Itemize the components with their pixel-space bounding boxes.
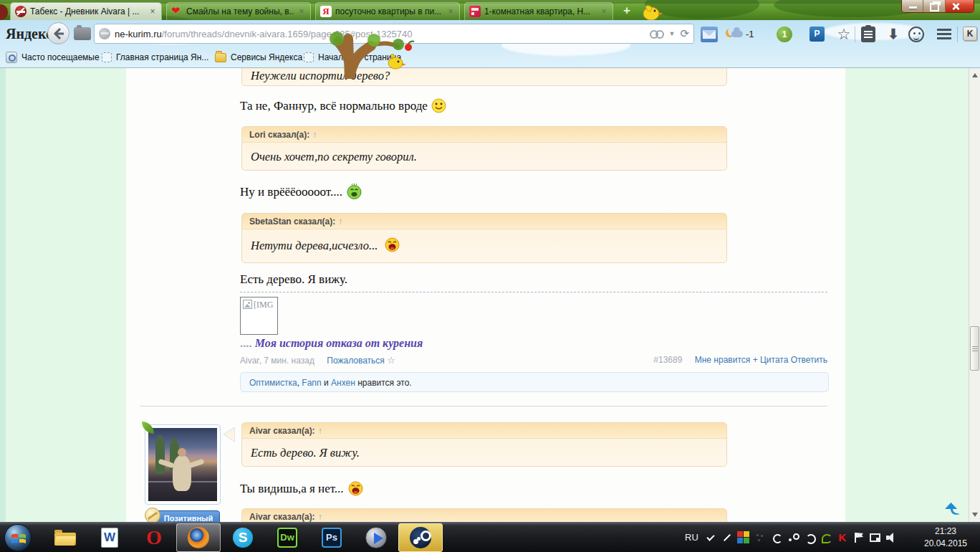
back-button[interactable] [47,22,69,44]
feedback-smiley-icon[interactable] [908,27,924,42]
tab-title: Смайлы на тему войны, в... [186,6,294,16]
rubik-tray-icon[interactable] [737,531,750,544]
start-button[interactable] [4,524,32,551]
bridge-tower [155,441,165,474]
taskbar-opera[interactable]: O [132,523,176,552]
quote-block-lori: Lori сказал(а):↑ Очень хочет,по секрету … [241,126,727,171]
quote-header[interactable]: SbetaStan сказал(а):↑ [242,214,726,229]
kaspersky-tray-icon[interactable]: K [836,531,849,544]
report-link[interactable]: Пожаловаться [327,356,385,366]
like-link[interactable]: Мне нравится [695,355,751,365]
quote-header[interactable]: Lori сказал(а):↑ [242,127,726,143]
ghostery-icon[interactable] [650,30,664,37]
bookmark-start-page[interactable]: Начальная страница [304,50,401,65]
quote-link[interactable]: + Цитата [753,355,789,365]
url-dropdown-icon[interactable]: ▼ [669,30,676,37]
laughing-green-smiley-icon [346,184,362,200]
reply-link[interactable]: Ответить [791,355,827,365]
scrollbar-thumb[interactable] [970,326,979,371]
close-button[interactable] [946,0,974,12]
explorer-icon [54,530,76,546]
weather-temp: -1 [746,29,754,39]
signature-separator [240,292,827,292]
windows-flag-icon [11,530,27,546]
scroll-to-top-button[interactable] [941,498,961,517]
tab-title: 1-комнатная квартира, Н... [484,6,596,16]
tab-close-icon[interactable]: × [600,6,608,16]
scroll-down-arrow[interactable] [972,513,978,517]
post-separator [140,406,827,406]
punto-switcher-icon[interactable]: K [963,27,977,41]
bookmarks-list-icon[interactable] [861,27,875,42]
liker-link[interactable]: Fann [302,378,321,388]
taskbar-photoshop[interactable]: Ps [309,523,354,552]
person [173,455,191,491]
menu-hamburger-icon[interactable] [936,27,953,42]
jump-to-post-icon[interactable]: ↑ [318,512,322,522]
post-text: Та не, Фаннур, всё нормально вроде [240,98,446,113]
dreamweaver-icon: Dw [277,528,297,548]
bookmark-star-icon[interactable]: ☆ [835,27,852,42]
desktop: Табекс - Дневник Aivara | ... × Смайлы н… [0,0,980,552]
mail-icon[interactable] [701,27,718,42]
taskbar-dreamweaver[interactable]: Dw [265,523,309,552]
clock-time: 21:23 [935,526,956,536]
post-number[interactable]: #13689 [653,355,682,365]
bird-decoration [640,1,665,22]
quote-text: Неужели испортил дерево? [242,68,726,83]
avatar[interactable] [145,424,221,505]
signature-link[interactable]: Моя история отказа от курения [255,337,423,349]
reload-icon[interactable]: ⟳ [680,27,689,40]
restore-button[interactable] [923,0,945,12]
bookmark-yandex-services[interactable]: Сервисы Яндекса [215,50,302,65]
clock[interactable]: 21:23 20.04.2015 [917,525,974,550]
quote-header[interactable]: Aivar сказал(а):↑ [242,423,726,439]
yandex-favicon: Я [320,6,332,17]
quote-block-aivar-2: Aivar сказал(а):↑ [241,508,727,522]
bookmark-post-icon[interactable]: ☆ [387,355,395,366]
tab-one-room-flat[interactable]: 1-комнатная квартира, Н... × [464,2,613,20]
word-icon: W [101,528,118,548]
jump-to-post-icon[interactable]: ↑ [318,426,322,436]
avatar-photo [148,428,217,501]
dashed-placeholder-icon [304,52,314,62]
liker-link[interactable]: Оптимистка [249,378,297,388]
tab-smileys[interactable]: Смайлы на тему войны, в... × [166,2,311,20]
site-identity-button[interactable] [74,27,91,40]
quote-text: Очень хочет,по секрету говорил. [242,143,726,164]
downloads-icon[interactable]: ⬇ [885,27,902,42]
liker-link[interactable]: Анхен [331,378,355,388]
tab-tabex-diary[interactable]: Табекс - Дневник Aivara | ... × [10,2,162,20]
language-indicator[interactable]: RU [685,532,698,543]
jump-to-post-icon[interactable]: ↑ [312,130,317,140]
taskbar-skype[interactable]: S [221,523,265,552]
taskbar-media-player[interactable] [354,523,398,552]
rofl-smiley-icon [384,237,400,253]
tab-close-icon[interactable]: × [148,6,157,16]
tab-close-icon[interactable]: × [297,6,306,16]
bookmark-most-visited[interactable]: Часто посещаемые [6,50,100,65]
scroll-up-arrow[interactable] [972,73,978,77]
p-extension-icon[interactable]: Р [810,27,825,42]
yandex-logo[interactable]: Яндекс [6,26,52,42]
quote-block-sbetastan: SbetaStan сказал(а):↑ Нетути дерева,исче… [241,213,727,263]
weather-widget[interactable]: -1 [728,27,761,42]
tab-apartments[interactable]: Я посуточно квартиры в пи... × [315,2,460,20]
bookmarks-bar: Часто посещаемые Главная страница Ян... … [0,47,980,67]
tab-close-icon[interactable]: × [446,6,455,16]
address-bar[interactable]: ne-kurim.ru /forum/threads/dnevnik-aivar… [94,24,694,44]
skype-icon: S [233,528,253,548]
taskbar-steam[interactable] [398,523,443,552]
minimize-button[interactable] [902,0,923,12]
no-smoking-badge-icon [145,508,160,522]
bookmark-yandex-home[interactable]: Главная страница Ян... [102,50,208,65]
scrollbar[interactable] [969,68,980,522]
jump-to-post-icon[interactable]: ↑ [338,216,342,227]
quote-header[interactable]: Aivar сказал(а):↑ [242,509,726,522]
taskbar-firefox[interactable] [176,523,221,552]
taskbar-word[interactable]: W [87,523,132,552]
notification-badge[interactable]: 1 [777,27,792,42]
taskbar-explorer[interactable] [43,523,87,552]
globe-icon [99,28,110,39]
new-tab-button[interactable]: + [619,4,635,18]
